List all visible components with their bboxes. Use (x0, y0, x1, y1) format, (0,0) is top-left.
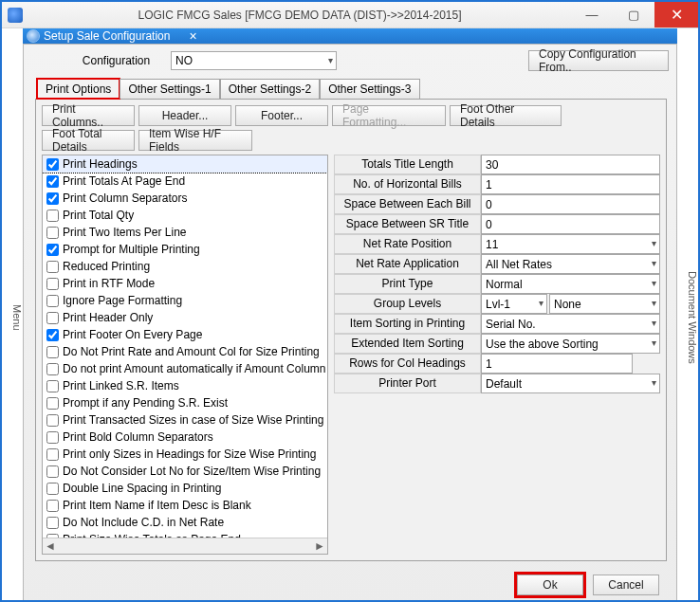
check-item-label: Ignore Page Formatting (63, 294, 182, 307)
check-item-checkbox[interactable] (46, 278, 59, 290)
maximize-button[interactable]: ▢ (613, 2, 654, 27)
net-rate-application-combo[interactable]: All Net Rates▾ (481, 254, 660, 274)
check-item-checkbox[interactable] (46, 295, 59, 307)
check-item[interactable]: Do not print Amount automatically if Amo… (43, 360, 327, 377)
printer-port-combo[interactable]: Default▾ (481, 374, 660, 393)
net-rate-position-combo[interactable]: 11▾ (481, 234, 660, 254)
group-levels-combo-2[interactable]: None▾ (549, 294, 660, 314)
chevron-down-icon: ▾ (328, 55, 333, 65)
check-item-checkbox[interactable] (46, 175, 59, 188)
check-item-checkbox[interactable] (46, 244, 59, 256)
check-item[interactable]: Print Bold Column Separators (43, 429, 327, 446)
check-item[interactable]: Prompt for Multiple Printing (43, 241, 327, 258)
title-bar: LOGIC FMCG Sales [FMCG DEMO DATA (DIST)-… (2, 2, 698, 28)
check-item-checkbox[interactable] (46, 380, 59, 392)
check-item[interactable]: Print Headings (43, 155, 327, 173)
tab-other-settings-1[interactable]: Other Settings-1 (120, 79, 219, 99)
extended-item-sorting-combo[interactable]: Use the above Sorting▾ (481, 334, 660, 354)
document-tab-close-icon[interactable]: × (183, 28, 202, 44)
check-item-checkbox[interactable] (46, 158, 59, 171)
check-item-label: Do Not Consider Lot No for Size/Item Wis… (63, 465, 321, 478)
check-item[interactable]: Print Transacted Sizes in case of Size W… (43, 411, 327, 429)
tab-other-settings-2[interactable]: Other Settings-2 (220, 79, 320, 99)
horizontal-bills-input[interactable] (481, 174, 660, 194)
print-type-combo[interactable]: Normal▾ (481, 274, 660, 294)
check-item-checkbox[interactable] (46, 346, 59, 358)
check-item[interactable]: Do Not Print Rate and Amount Col for Siz… (43, 343, 327, 360)
check-item[interactable]: Print Header Only (43, 309, 327, 326)
check-item-checkbox[interactable] (46, 465, 59, 478)
ok-button[interactable]: Ok (517, 575, 583, 595)
document-tab-title[interactable]: Setup Sale Configuration (44, 29, 170, 43)
totals-title-length-input[interactable] (481, 155, 660, 174)
check-item-checkbox[interactable] (46, 448, 59, 461)
group-levels-combo-1[interactable]: Lvl-1▾ (481, 294, 547, 314)
check-item[interactable]: Reduced Printing (43, 258, 327, 275)
page-formatting-button[interactable]: Page Formatting... (332, 105, 446, 126)
check-item[interactable]: Double Line Spacing in Printing (43, 480, 327, 497)
window-title: LOGIC FMCG Sales [FMCG DEMO DATA (DIST)-… (28, 9, 571, 22)
item-sorting-combo[interactable]: Serial No.▾ (481, 314, 660, 334)
tab-other-settings-3[interactable]: Other Settings-3 (320, 79, 419, 99)
cancel-button[interactable]: Cancel (593, 575, 659, 595)
close-button[interactable]: ✕ (654, 2, 698, 27)
tab-print-options[interactable]: Print Options (37, 79, 120, 99)
check-item-checkbox[interactable] (46, 329, 59, 341)
check-item[interactable]: Ignore Page Formatting (43, 292, 327, 309)
check-item-checkbox[interactable] (46, 500, 59, 512)
check-item-label: Print Bold Column Separators (63, 430, 213, 444)
check-item-checkbox[interactable] (46, 517, 59, 529)
check-item-label: Prompt if any Pending S.R. Exist (63, 396, 228, 410)
check-item[interactable]: Print Total Qty (43, 207, 327, 224)
check-item[interactable]: Print Totals At Page End (43, 173, 327, 190)
space-sr-title-label: Space Between SR Title (334, 214, 481, 234)
check-item-checkbox[interactable] (46, 431, 59, 444)
check-item-checkbox[interactable] (46, 227, 59, 239)
check-item-checkbox[interactable] (46, 414, 59, 427)
minimize-button[interactable]: — (571, 2, 613, 27)
space-each-bill-input[interactable] (481, 194, 660, 214)
check-item[interactable]: Print only Sizes in Headings for Size Wi… (43, 446, 327, 463)
check-item-label: Do Not Include C.D. in Net Rate (63, 516, 224, 529)
chevron-down-icon: ▾ (652, 298, 656, 308)
side-tab-menu[interactable]: Menu (2, 28, 23, 600)
check-item-checkbox[interactable] (46, 312, 59, 324)
tabstrip: Print Options Other Settings-1 Other Set… (37, 79, 676, 99)
check-item[interactable]: Do Not Include C.D. in Net Rate (43, 514, 327, 531)
config-panel: Configuration NO ▾ Copy Configuration Fr… (23, 44, 677, 602)
configuration-label: Configuration (71, 54, 161, 67)
foot-total-details-button[interactable]: Foot Total Details (42, 130, 135, 151)
document-tab-bar: Setup Sale Configuration × (23, 28, 677, 44)
space-sr-title-input[interactable] (481, 214, 660, 234)
check-item[interactable]: Print Two Items Per Line (43, 224, 327, 241)
check-item[interactable]: Print in RTF Mode (43, 275, 327, 292)
configuration-combo[interactable]: NO ▾ (171, 51, 337, 70)
check-item-checkbox[interactable] (46, 397, 59, 410)
check-item-checkbox[interactable] (46, 483, 59, 495)
item-wise-hf-fields-button[interactable]: Item Wise H/F Fields (138, 130, 252, 151)
foot-other-details-button[interactable]: Foot Other Details (450, 105, 562, 126)
horizontal-scrollbar[interactable]: ◄► (43, 538, 327, 554)
copy-configuration-button[interactable]: Copy Configuration From.. (528, 50, 669, 71)
check-item-checkbox[interactable] (46, 192, 59, 205)
chevron-down-icon: ▾ (652, 258, 656, 268)
header-button[interactable]: Header... (138, 105, 231, 126)
footer-button[interactable]: Footer... (235, 105, 328, 126)
check-item-label: Print Linked S.R. Items (63, 379, 179, 392)
check-item-checkbox[interactable] (46, 363, 59, 375)
check-item[interactable]: Do Not Consider Lot No for Size/Item Wis… (43, 463, 327, 480)
check-item[interactable]: Print Item Name if Item Desc is Blank (43, 497, 327, 514)
check-item-checkbox[interactable] (46, 210, 59, 222)
side-tab-document-windows[interactable]: Document Windows (677, 28, 698, 600)
check-item[interactable]: Print Footer On Every Page (43, 326, 327, 343)
check-item[interactable]: Prompt if any Pending S.R. Exist (43, 394, 327, 411)
check-item-label: Print Total Qty (63, 209, 134, 222)
print-options-checklist[interactable]: Print HeadingsPrint Totals At Page EndPr… (42, 155, 328, 555)
rows-col-headings-input[interactable] (481, 354, 633, 374)
check-item-label: Print Two Items Per Line (63, 226, 187, 239)
check-item[interactable]: Print Column Separators (43, 190, 327, 207)
check-item[interactable]: Print Linked S.R. Items (43, 377, 327, 394)
check-item-label: Prompt for Multiple Printing (63, 243, 200, 256)
check-item-checkbox[interactable] (46, 261, 59, 273)
print-columns-button[interactable]: Print Columns.. (42, 105, 135, 126)
